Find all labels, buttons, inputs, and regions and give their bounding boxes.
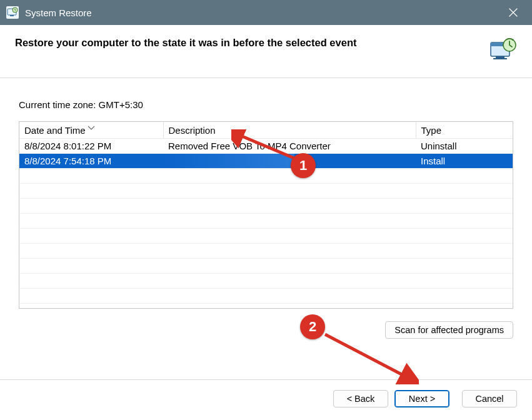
titlebar: System Restore xyxy=(0,0,532,25)
wizard-header: Restore your computer to the state it wa… xyxy=(0,25,532,78)
cell-type: Uninstall xyxy=(416,139,513,154)
annotation-callout-1: 1 xyxy=(291,153,316,178)
table-row-empty xyxy=(19,214,513,229)
close-button[interactable] xyxy=(501,0,526,25)
table-row-empty xyxy=(19,289,513,304)
wizard-content: Current time zone: GMT+5:30 Date and Tim… xyxy=(0,78,532,379)
svg-line-9 xyxy=(325,334,406,377)
back-button[interactable]: < Back xyxy=(333,390,388,408)
cancel-button[interactable]: Cancel xyxy=(462,390,517,408)
column-header-label: Date and Time xyxy=(24,125,86,136)
table-row-empty xyxy=(19,244,513,259)
table-row-empty xyxy=(19,274,513,289)
svg-line-8 xyxy=(238,134,300,161)
table-row-empty xyxy=(19,199,513,214)
column-header-type[interactable]: Type xyxy=(416,122,513,139)
close-icon xyxy=(509,8,518,17)
column-header-label: Type xyxy=(421,125,442,136)
column-header-datetime[interactable]: Date and Time xyxy=(19,122,163,139)
table-row-empty xyxy=(19,229,513,244)
table-row-empty xyxy=(19,184,513,199)
window-title: System Restore xyxy=(25,8,501,18)
next-button[interactable]: Next > xyxy=(394,390,449,408)
annotation-arrow-2 xyxy=(319,328,419,384)
wizard-footer: < Back Next > Cancel xyxy=(0,379,532,420)
svg-rect-1 xyxy=(10,15,14,16)
cell-datetime: 8/8/2024 8:01:22 PM xyxy=(19,139,163,154)
table-row-empty xyxy=(19,259,513,274)
svg-rect-5 xyxy=(496,56,504,58)
annotation-callout-2: 2 xyxy=(300,314,325,339)
svg-rect-6 xyxy=(493,58,507,59)
cell-datetime: 8/8/2024 7:54:18 PM xyxy=(19,154,163,169)
system-restore-icon xyxy=(6,6,19,19)
restore-monitor-icon xyxy=(489,36,517,64)
scan-row: Scan for affected programs xyxy=(19,321,513,339)
wizard-heading: Restore your computer to the state it wa… xyxy=(15,36,482,49)
column-header-label: Description xyxy=(169,125,216,136)
table-row-empty xyxy=(19,169,513,184)
cell-type: Install xyxy=(416,154,513,169)
timezone-label: Current time zone: GMT+5:30 xyxy=(19,99,513,110)
system-restore-window: System Restore Restore your computer to … xyxy=(0,0,532,420)
sort-descending-icon xyxy=(88,121,95,132)
